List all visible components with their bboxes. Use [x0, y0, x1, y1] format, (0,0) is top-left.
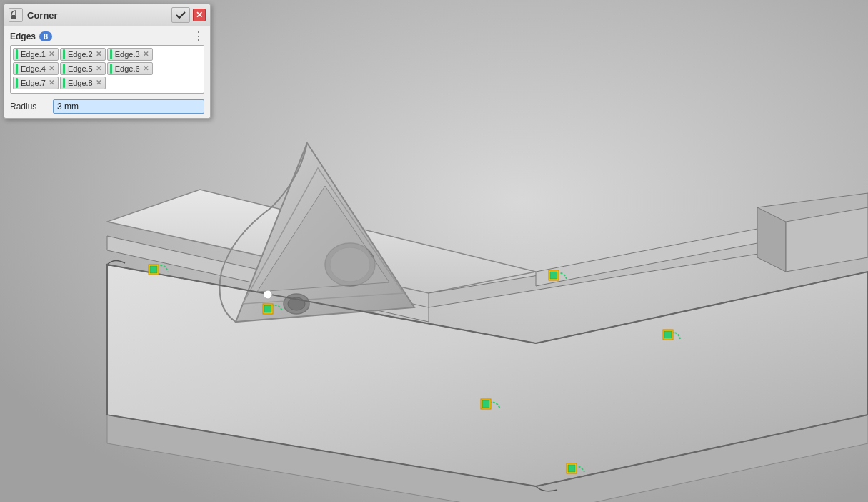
edges-row-2: Edge.4 ✕ Edge.5 ✕ Edge.6 ✕: [13, 62, 201, 75]
svg-rect-26: [664, 331, 672, 338]
edge-remove-1[interactable]: ✕: [47, 50, 56, 59]
edges-label: Edges 8: [10, 31, 52, 41]
edge-label-1: Edge.1: [21, 50, 46, 59]
svg-rect-30: [550, 272, 557, 279]
edge-tag-5[interactable]: Edge.5 ✕: [60, 62, 106, 75]
edge-label-7: Edge.7: [21, 79, 46, 87]
edge-remove-5[interactable]: ✕: [94, 64, 103, 73]
edge-bar-7: [16, 78, 18, 88]
edge-label-4: Edge.4: [21, 64, 46, 73]
edges-row-1: Edge.1 ✕ Edge.2 ✕ Edge.3 ✕: [13, 48, 201, 61]
edge-bar-6: [110, 64, 112, 74]
corner-icon: [9, 8, 23, 22]
panel-header: Corner ✕: [4, 4, 210, 26]
edge-tag-4[interactable]: Edge.4 ✕: [13, 62, 59, 75]
edges-row-3: Edge.7 ✕ Edge.8 ✕: [13, 77, 201, 89]
edge-label-2: Edge.2: [68, 50, 93, 59]
svg-rect-31: [11, 15, 16, 19]
edge-bar-3: [110, 49, 112, 59]
panel-body: Edges 8 ⋮ Edge.1 ✕ Edge.2 ✕ Edge.: [4, 26, 210, 118]
edge-remove-3[interactable]: ✕: [141, 50, 150, 59]
radius-input[interactable]: [53, 99, 204, 114]
edge-bar-8: [63, 78, 65, 88]
svg-rect-28: [568, 465, 575, 472]
ok-button[interactable]: [171, 7, 190, 23]
edges-container[interactable]: Edge.1 ✕ Edge.2 ✕ Edge.3 ✕ Edge.4: [10, 45, 204, 94]
edge-label-5: Edge.5: [68, 64, 93, 73]
more-options-button[interactable]: ⋮: [193, 31, 204, 42]
panel-title: Corner: [27, 10, 58, 21]
svg-rect-24: [482, 400, 489, 408]
edge-bar-5: [63, 64, 65, 74]
edge-bar-1: [16, 49, 18, 59]
edges-count-badge: 8: [39, 31, 52, 41]
edge-label-8: Edge.8: [68, 79, 93, 87]
edge-tag-8[interactable]: Edge.8 ✕: [60, 77, 106, 89]
radius-label: Radius: [10, 102, 46, 112]
svg-point-18: [264, 290, 272, 299]
corner-panel: Corner ✕ Edges 8 ⋮ Edge.1 ✕: [4, 4, 211, 119]
edge-tag-1[interactable]: Edge.1 ✕: [13, 48, 59, 61]
edge-remove-2[interactable]: ✕: [94, 50, 103, 59]
edge-tag-3[interactable]: Edge.3 ✕: [107, 48, 153, 61]
svg-rect-20: [150, 266, 157, 273]
edge-tag-7[interactable]: Edge.7 ✕: [13, 77, 59, 89]
edge-label-6: Edge.6: [115, 64, 140, 73]
panel-header-left: Corner: [9, 8, 58, 22]
edge-bar-2: [63, 49, 65, 59]
panel-header-buttons: ✕: [171, 7, 206, 23]
edge-remove-6[interactable]: ✕: [141, 64, 150, 73]
close-button[interactable]: ✕: [193, 9, 206, 21]
edge-tag-6[interactable]: Edge.6 ✕: [107, 62, 153, 75]
edge-remove-8[interactable]: ✕: [94, 79, 103, 87]
radius-row: Radius: [10, 99, 204, 114]
edges-section-header: Edges 8 ⋮: [10, 31, 204, 42]
edge-tag-2[interactable]: Edge.2 ✕: [60, 48, 106, 61]
svg-rect-22: [264, 305, 271, 312]
edge-label-3: Edge.3: [115, 50, 140, 59]
edge-bar-4: [16, 64, 18, 74]
edge-remove-4[interactable]: ✕: [47, 64, 56, 73]
edge-remove-7[interactable]: ✕: [47, 79, 56, 87]
